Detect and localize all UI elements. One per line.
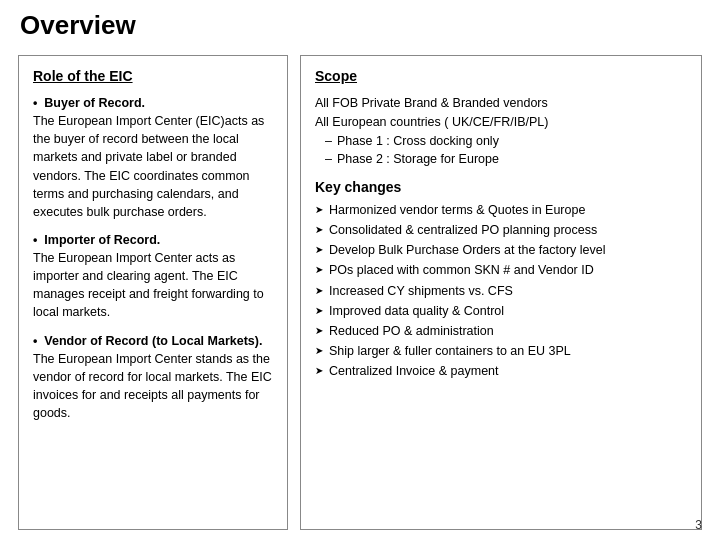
key-item: Improved data quality & Control [315, 302, 687, 320]
buyer-label: • Buyer of Record. [33, 96, 145, 110]
scope-dash-item: Phase 2 : Storage for Europe [325, 150, 687, 169]
vendor-section: • Vendor of Record (to Local Markets). T… [33, 332, 273, 423]
key-item: POs placed with common SKN # and Vendor … [315, 261, 687, 279]
key-item: Ship larger & fuller containers to an EU… [315, 342, 687, 360]
scope-line-2: All European countries ( UK/CE/FR/IB/PL) [315, 113, 687, 132]
page: Overview Role of the EIC • Buyer of Reco… [0, 0, 720, 540]
vendor-text: • Vendor of Record (to Local Markets). T… [33, 332, 273, 423]
right-box-title: Scope [315, 68, 687, 84]
key-changes-list: Harmonized vendor terms & Quotes in Euro… [315, 201, 687, 380]
buyer-text: • Buyer of Record. The European Import C… [33, 94, 273, 221]
key-item: Centralized Invoice & payment [315, 362, 687, 380]
key-item: Consolidated & centralized PO planning p… [315, 221, 687, 239]
page-title: Overview [20, 10, 702, 41]
left-box-title: Role of the EIC [33, 68, 273, 84]
importer-text: • Importer of Record. The European Impor… [33, 231, 273, 322]
scope-dash-item: Phase 1 : Cross docking only [325, 132, 687, 151]
scope-line-1: All FOB Private Brand & Branded vendors [315, 94, 687, 113]
key-item: Reduced PO & administration [315, 322, 687, 340]
buyer-section: • Buyer of Record. The European Import C… [33, 94, 273, 221]
right-box: Scope All FOB Private Brand & Branded ve… [300, 55, 702, 530]
key-item: Harmonized vendor terms & Quotes in Euro… [315, 201, 687, 219]
vendor-label: • Vendor of Record (to Local Markets). [33, 334, 262, 348]
key-item: Increased CY shipments vs. CFS [315, 282, 687, 300]
scope-lines: All FOB Private Brand & Branded vendors … [315, 94, 687, 169]
importer-label: • Importer of Record. [33, 233, 160, 247]
left-box: Role of the EIC • Buyer of Record. The E… [18, 55, 288, 530]
page-number: 3 [695, 518, 702, 532]
two-col-layout: Role of the EIC • Buyer of Record. The E… [18, 55, 702, 530]
importer-section: • Importer of Record. The European Impor… [33, 231, 273, 322]
key-item: Develop Bulk Purchase Orders at the fact… [315, 241, 687, 259]
scope-dash-list: Phase 1 : Cross docking only Phase 2 : S… [315, 132, 687, 170]
key-changes-title: Key changes [315, 179, 687, 195]
